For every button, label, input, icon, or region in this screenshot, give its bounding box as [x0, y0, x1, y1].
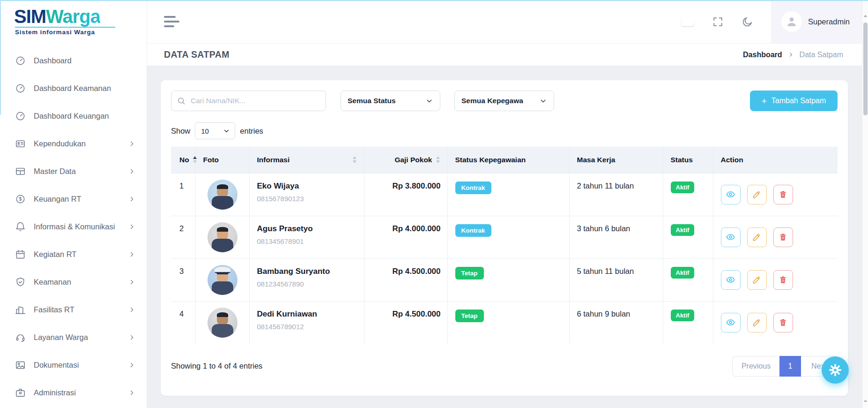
edit-button[interactable] — [747, 313, 767, 332]
sidebar-item-kegiatan-rt[interactable]: Kegiatan RT — [0, 241, 147, 268]
brand-name: SIMWarga — [14, 7, 147, 26]
sidebar-item-dashboard-keuangan[interactable]: Dashboard Keuangan — [0, 102, 147, 130]
page-title: DATA SATPAM — [164, 49, 230, 60]
bell-icon — [15, 221, 26, 233]
chevron-right-icon — [128, 168, 135, 175]
delete-button[interactable] — [773, 313, 793, 332]
employment-badge: Tetap — [455, 310, 484, 322]
sidebar-item-kependudukan[interactable]: Kependudukan — [0, 130, 147, 158]
previous-page-button[interactable]: Previous — [732, 356, 779, 377]
column-header-masa-kerja: Masa Kerja — [569, 147, 663, 173]
scrollbar-thumb[interactable] — [863, 23, 868, 115]
delete-button[interactable] — [773, 185, 793, 204]
view-button[interactable] — [721, 227, 741, 247]
moon-icon — [742, 16, 753, 28]
table-row: 2 Agus Prasetyo081345678901 Rp 4.000.000… — [171, 216, 838, 258]
brand-logo[interactable]: SIMWarga Sistem informasi Warga — [0, 0, 147, 36]
table-icon — [15, 166, 26, 177]
sidebar-item-fasilitas-rt[interactable]: Fasilitas RT — [0, 296, 147, 324]
filter-bar: Semua Status Semua Kepegawa + Tambah Sat… — [171, 91, 838, 111]
scroll-up-icon[interactable] — [862, 14, 868, 18]
page-size-select[interactable]: 10 — [195, 122, 235, 139]
sidebar-item-master-data[interactable]: Master Data — [0, 158, 147, 185]
svg-text:$: $ — [19, 196, 22, 202]
language-flag-button[interactable] — [681, 17, 694, 26]
sidebar-item-layanan-warga[interactable]: Layanan Warga — [0, 324, 147, 351]
status-badge: Aktif — [671, 181, 695, 193]
page-1-button[interactable]: 1 — [779, 356, 801, 377]
guard-photo — [208, 180, 237, 210]
menu-toggle-icon[interactable] — [164, 16, 179, 27]
eye-icon — [726, 275, 735, 284]
column-header-no[interactable]: No — [171, 147, 195, 173]
sidebar-item-dashboard-keamanan[interactable]: Dashboard Keamanan — [0, 75, 147, 102]
guard-name: Eko Wijaya — [257, 181, 356, 191]
salary-value: Rp 4.500.000 — [364, 258, 447, 301]
chevron-right-icon — [128, 306, 135, 313]
employment-badge: Tetap — [455, 267, 484, 280]
row-number: 2 — [171, 216, 195, 258]
status-filter-dropdown[interactable]: Semua Status — [341, 91, 440, 111]
tenure-value: 5 tahun 11 bulan — [569, 258, 663, 301]
chevron-down-icon — [425, 97, 433, 105]
guard-name: Bambang Suryanto — [257, 267, 356, 276]
topbar: Superadmin — [147, 0, 862, 43]
trash-icon — [779, 318, 787, 327]
table-footer: Showing 1 to 4 of 4 entries Previous 1 N… — [171, 356, 838, 377]
add-satpam-button[interactable]: + Tambah Satpam — [750, 91, 838, 111]
edit-button[interactable] — [747, 227, 767, 247]
headset-icon — [15, 332, 26, 343]
search-input[interactable] — [171, 91, 326, 111]
indonesia-flag-icon — [681, 17, 694, 26]
dark-mode-button[interactable] — [742, 16, 753, 28]
column-header-informasi[interactable]: Informasi — [249, 147, 364, 173]
sidebar-item-administrasi[interactable]: Administrasi — [0, 379, 147, 407]
employment-filter-dropdown[interactable]: Semua Kepegawa — [454, 91, 554, 111]
fullscreen-icon — [712, 16, 724, 28]
search-icon — [177, 97, 185, 105]
tenure-value: 6 tahun 9 bulan — [569, 301, 663, 344]
fullscreen-button[interactable] — [712, 16, 724, 28]
sort-icon — [353, 156, 356, 163]
brand-tagline: Sistem informasi Warga — [14, 29, 147, 36]
page-scrollbar[interactable] — [862, 0, 868, 408]
brand-underline — [15, 27, 115, 28]
sidebar-item-dokumentasi[interactable]: Dokumentasi — [0, 351, 147, 379]
eye-icon — [726, 318, 735, 327]
view-button[interactable] — [721, 185, 741, 204]
tenure-value: 2 tahun 11 bulan — [569, 173, 663, 216]
chevron-right-icon — [128, 251, 135, 258]
table-row: 1 Eko Wijaya081567890123 Rp 3.800.000 Ko… — [171, 173, 838, 216]
scroll-down-icon[interactable] — [862, 399, 868, 403]
sidebar-item-keamanan[interactable]: Keamanan — [0, 268, 147, 296]
edit-button[interactable] — [747, 185, 767, 204]
breadcrumb-dashboard[interactable]: Dashboard — [743, 51, 782, 59]
chevron-right-icon — [128, 196, 135, 203]
column-header-action: Action — [713, 147, 838, 173]
table-row: 4 Dedi Kurniawan081456789012 Rp 4.500.00… — [171, 301, 838, 344]
view-button[interactable] — [721, 270, 741, 290]
row-number: 1 — [171, 173, 195, 216]
user-name: Superadmin — [808, 17, 850, 26]
sidebar-item-dashboard[interactable]: Dashboard — [0, 47, 147, 75]
sidebar-item-keuangan-rt[interactable]: $ Keuangan RT — [0, 185, 147, 213]
delete-button[interactable] — [773, 270, 793, 290]
data-card: Semua Status Semua Kepegawa + Tambah Sat… — [161, 80, 848, 396]
page-title-bar: DATA SATPAM Dashboard Data Satpam — [147, 43, 862, 66]
edit-button[interactable] — [747, 270, 767, 290]
guard-phone: 081567890123 — [257, 195, 356, 203]
left-accent-strip — [0, 0, 1, 115]
delete-button[interactable] — [773, 227, 793, 247]
settings-fab[interactable] — [822, 356, 849, 384]
chevron-down-icon — [539, 97, 547, 105]
user-menu[interactable]: Superadmin — [771, 0, 862, 43]
pencil-icon — [752, 275, 761, 284]
trash-icon — [779, 275, 787, 284]
column-header-gaji[interactable]: Gaji Pokok — [364, 147, 447, 173]
sidebar-item-informasi-komunikasi[interactable]: Informasi & Komunikasi — [0, 213, 147, 241]
eye-icon — [726, 233, 735, 242]
view-button[interactable] — [721, 313, 741, 332]
guard-phone: 081456789012 — [257, 323, 356, 331]
sort-icon — [436, 156, 440, 163]
trash-icon — [779, 190, 787, 199]
